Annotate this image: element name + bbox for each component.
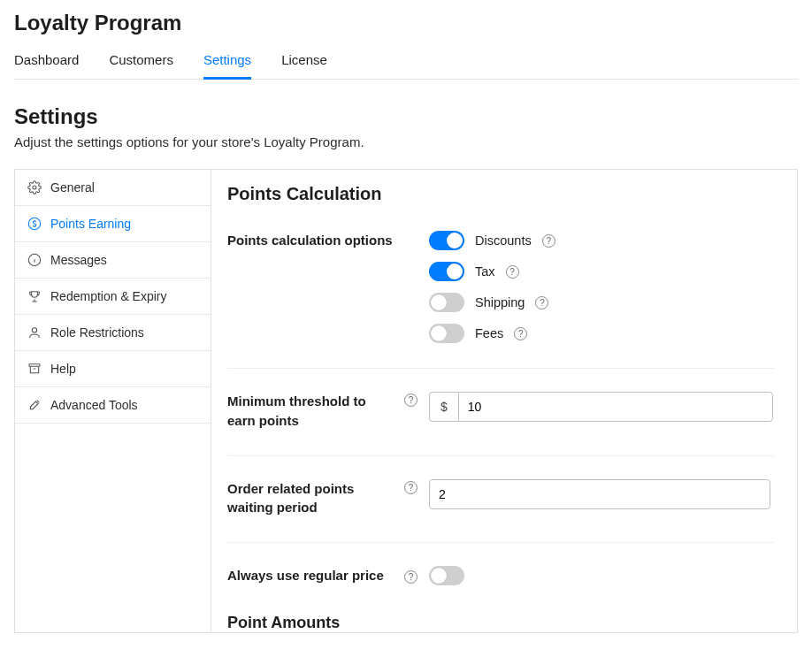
row-regular-price: Always use regular price ? (227, 542, 774, 610)
min-threshold-input[interactable] (458, 392, 773, 422)
sidebar-item-points-earning[interactable]: Points Earning (15, 206, 211, 242)
sidebar-item-messages[interactable]: Messages (15, 242, 211, 279)
toggle-discounts[interactable] (429, 231, 464, 250)
page-title: Loyalty Program (14, 11, 798, 35)
toggle-regular-price[interactable] (429, 566, 464, 585)
gear-icon (27, 180, 42, 195)
sidebar-item-label: Messages (50, 253, 107, 267)
tab-license[interactable]: License (281, 48, 327, 79)
row-min-threshold: Minimum threshold to earn points ? $ (227, 368, 774, 455)
toggle-shipping-label: Shipping (475, 295, 525, 309)
sidebar-item-label: Redemption & Expiry (50, 289, 167, 303)
sidebar-item-role-restrictions[interactable]: Role Restrictions (15, 315, 211, 351)
sidebar-item-label: General (50, 180, 95, 195)
tools-icon (27, 398, 42, 412)
toggle-fees[interactable] (429, 324, 464, 343)
row-calc-options: Points calculation options Discounts ? T… (227, 231, 774, 368)
tab-settings[interactable]: Settings (203, 48, 251, 80)
dollar-circle-icon (27, 217, 42, 231)
tab-dashboard[interactable]: Dashboard (14, 48, 79, 79)
row-waiting-period: Order related points waiting period ? (227, 455, 774, 543)
sidebar-item-label: Role Restrictions (50, 325, 144, 340)
help-icon[interactable]: ? (404, 393, 417, 407)
tab-bar: Dashboard Customers Settings License (14, 48, 798, 80)
help-icon[interactable]: ? (404, 570, 417, 584)
calc-options-label: Points calculation options (227, 231, 404, 343)
help-icon[interactable]: ? (404, 481, 417, 494)
settings-sidebar: General Points Earning Messages Redempti… (15, 170, 211, 632)
help-icon[interactable]: ? (542, 234, 555, 248)
sidebar-item-redemption-expiry[interactable]: Redemption & Expiry (15, 279, 211, 315)
sidebar-item-label: Points Earning (50, 217, 131, 231)
settings-panel: General Points Earning Messages Redempti… (14, 169, 798, 633)
sidebar-item-help[interactable]: Help (15, 351, 211, 387)
sidebar-item-label: Help (50, 362, 76, 376)
waiting-period-input[interactable] (429, 479, 770, 509)
help-icon[interactable]: ? (506, 265, 519, 279)
regular-price-label: Always use regular price (227, 566, 404, 585)
sidebar-item-advanced-tools[interactable]: Advanced Tools (15, 387, 211, 424)
tab-customers[interactable]: Customers (109, 48, 173, 79)
info-icon (27, 253, 42, 267)
sidebar-item-label: Advanced Tools (50, 398, 138, 412)
trophy-icon (27, 289, 42, 303)
person-icon (27, 325, 42, 340)
svg-point-0 (33, 186, 36, 189)
min-threshold-label: Minimum threshold to earn points (227, 392, 404, 431)
toggle-fees-label: Fees (475, 326, 503, 340)
toggle-discounts-label: Discounts (475, 233, 532, 248)
point-amounts-heading: Point Amounts (227, 614, 774, 632)
svg-rect-4 (29, 364, 40, 367)
toggle-shipping[interactable] (429, 293, 464, 312)
settings-content: Points Calculation Points calculation op… (211, 170, 797, 632)
waiting-period-label: Order related points waiting period (227, 479, 404, 518)
archive-icon (27, 362, 42, 376)
svg-point-3 (32, 328, 36, 332)
sidebar-item-general[interactable]: General (15, 170, 211, 206)
section-title: Settings (14, 104, 798, 129)
toggle-tax-label: Tax (475, 264, 495, 279)
currency-prefix: $ (429, 392, 458, 422)
toggle-tax[interactable] (429, 262, 464, 281)
section-subtitle: Adjust the settings options for your sto… (14, 134, 798, 149)
help-icon[interactable]: ? (514, 327, 527, 340)
help-icon[interactable]: ? (535, 296, 548, 309)
points-calculation-heading: Points Calculation (227, 184, 774, 204)
